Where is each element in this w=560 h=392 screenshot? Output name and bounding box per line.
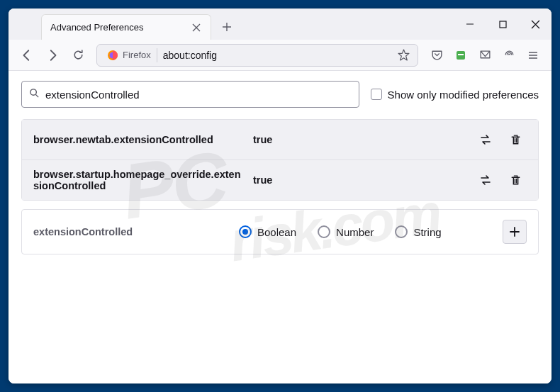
radio-number[interactable]: Number	[318, 225, 374, 238]
checkbox-icon[interactable]	[371, 89, 382, 100]
svg-rect-0	[500, 21, 506, 28]
radio-boolean[interactable]: Boolean	[239, 225, 296, 238]
url-text: about:config	[163, 50, 393, 61]
back-button[interactable]	[16, 44, 38, 67]
pref-row[interactable]: browser.newtab.extensionControlled true	[22, 120, 538, 160]
preference-list: browser.newtab.extensionControlled true …	[21, 119, 539, 201]
reload-button[interactable]	[67, 44, 89, 67]
modified-only-checkbox[interactable]: Show only modified preferences	[371, 89, 539, 101]
browser-window: Advanced Preferences	[9, 9, 551, 383]
search-row: Show only modified preferences	[21, 81, 539, 108]
radio-string[interactable]: String	[395, 225, 441, 238]
add-preference-row: extensionControlled Boolean Number Strin…	[21, 209, 539, 254]
identity-box[interactable]: Firefox	[101, 48, 157, 62]
delete-icon[interactable]	[504, 169, 527, 191]
pref-value: true	[253, 174, 474, 186]
radio-icon	[318, 225, 330, 238]
toggle-icon[interactable]	[474, 128, 497, 151]
svg-point-5	[30, 89, 36, 94]
bookmark-star-icon[interactable]	[393, 45, 413, 65]
window-controls	[454, 9, 551, 40]
shield-icon[interactable]	[498, 44, 520, 67]
radio-label: String	[413, 226, 441, 238]
menu-icon[interactable]	[522, 44, 544, 67]
firefox-logo-icon	[107, 50, 118, 61]
close-window-button[interactable]	[519, 13, 551, 35]
add-button[interactable]	[503, 220, 527, 244]
tab-title: Advanced Preferences	[50, 22, 191, 33]
navigation-toolbar: Firefox about:config	[9, 40, 551, 71]
content-area: Show only modified preferences browser.n…	[9, 71, 551, 383]
pref-row[interactable]: browser.startup.homepage_override.extens…	[22, 160, 538, 200]
new-tab-button[interactable]	[215, 16, 238, 38]
radio-label: Number	[336, 226, 374, 238]
identity-label: Firefox	[123, 50, 151, 60]
maximize-button[interactable]	[486, 13, 519, 35]
extension-icon[interactable]	[449, 44, 472, 67]
search-box[interactable]	[21, 81, 359, 108]
search-icon	[29, 88, 40, 101]
add-pref-name: extensionControlled	[33, 226, 239, 237]
pref-actions	[474, 169, 527, 191]
tab-bar: Advanced Preferences	[9, 9, 551, 40]
pref-actions	[474, 128, 527, 151]
checkbox-label: Show only modified preferences	[388, 89, 539, 101]
radio-label: Boolean	[257, 226, 296, 238]
radio-icon	[395, 225, 408, 238]
account-icon[interactable]	[474, 44, 496, 67]
type-radio-group: Boolean Number String	[239, 225, 503, 238]
delete-icon[interactable]	[504, 128, 527, 151]
pref-value: true	[253, 134, 474, 145]
toolbar-right	[425, 44, 544, 67]
pref-name: browser.newtab.extensionControlled	[33, 134, 253, 145]
radio-icon	[239, 225, 252, 238]
pref-name: browser.startup.homepage_override.extens…	[33, 169, 253, 191]
toggle-icon[interactable]	[474, 169, 497, 191]
svg-rect-4	[458, 54, 464, 55]
search-input[interactable]	[45, 89, 352, 101]
minimize-button[interactable]	[454, 13, 486, 35]
close-tab-icon[interactable]	[191, 22, 202, 33]
forward-button[interactable]	[41, 44, 64, 67]
pocket-icon[interactable]	[425, 44, 448, 67]
tab-advanced-preferences[interactable]: Advanced Preferences	[41, 14, 211, 40]
url-bar[interactable]: Firefox about:config	[96, 44, 418, 67]
